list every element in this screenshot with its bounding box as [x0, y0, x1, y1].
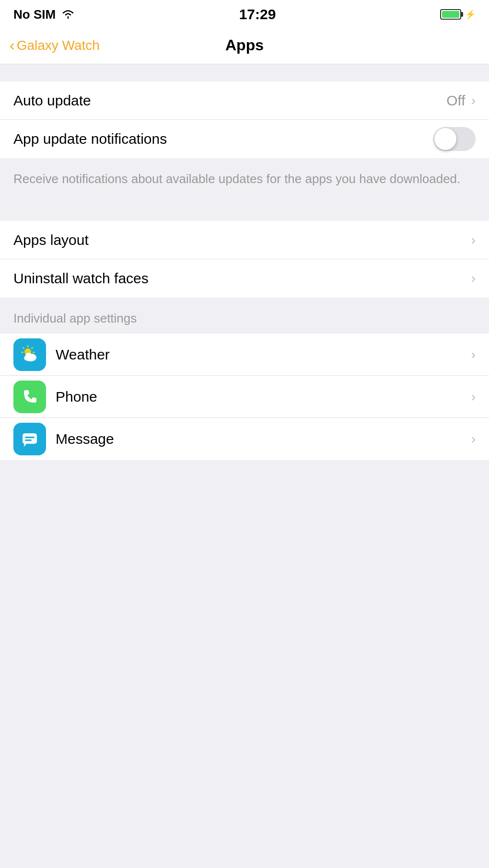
message-app-icon	[13, 423, 46, 455]
apps-layout-label: Apps layout	[13, 232, 89, 248]
notifications-toggle[interactable]	[433, 127, 476, 151]
message-app-name: Message	[56, 431, 462, 447]
svg-rect-12	[25, 440, 32, 441]
svg-point-9	[29, 354, 35, 359]
description-section: Receive notifications about available up…	[0, 158, 489, 204]
settings-group-update: Auto update Off › App update notificatio…	[0, 81, 489, 158]
svg-line-5	[23, 347, 24, 348]
phone-chevron-icon: ›	[471, 389, 476, 405]
status-right: ⚡	[440, 9, 476, 20]
app-notifications-label: App update notifications	[13, 131, 167, 147]
uninstall-faces-right: ›	[471, 271, 476, 286]
back-label: Galaxy Watch	[17, 38, 100, 53]
bottom-fill	[0, 460, 489, 700]
section-gap-top	[0, 64, 489, 81]
description-text: Receive notifications about available up…	[13, 172, 460, 186]
weather-app-name: Weather	[56, 347, 462, 363]
carrier-label: No SIM	[13, 7, 56, 22]
status-bar: No SIM 17:29 ⚡	[0, 0, 489, 29]
message-chevron-icon: ›	[471, 431, 476, 447]
auto-update-row[interactable]: Auto update Off ›	[0, 81, 489, 120]
auto-update-label: Auto update	[13, 93, 91, 109]
back-chevron-icon: ‹	[10, 36, 15, 54]
uninstall-faces-chevron-icon: ›	[471, 271, 476, 286]
section-gap-middle	[0, 204, 489, 221]
toggle-knob	[434, 128, 456, 150]
time-display: 17:29	[239, 6, 276, 23]
weather-app-row[interactable]: Weather ›	[0, 334, 489, 376]
battery-body	[440, 9, 461, 20]
phone-app-name: Phone	[56, 389, 462, 405]
status-left: No SIM	[13, 7, 75, 22]
weather-chevron-icon: ›	[471, 347, 476, 362]
individual-apps-section-header: Individual app settings	[0, 298, 489, 334]
svg-rect-11	[25, 437, 35, 438]
auto-update-right: Off ›	[446, 93, 476, 109]
uninstall-faces-label: Uninstall watch faces	[13, 270, 149, 287]
wifi-icon	[61, 7, 75, 22]
svg-line-2	[32, 347, 33, 348]
page-title: Apps	[225, 36, 264, 54]
svg-rect-10	[23, 433, 37, 444]
charging-icon: ⚡	[465, 9, 476, 20]
phone-app-row[interactable]: Phone ›	[0, 376, 489, 418]
auto-update-value: Off	[446, 93, 465, 109]
nav-bar: ‹ Galaxy Watch Apps	[0, 29, 489, 64]
app-list: Weather › Phone › Message ›	[0, 334, 489, 460]
settings-group-layout: Apps layout › Uninstall watch faces ›	[0, 221, 489, 298]
phone-app-icon	[13, 381, 46, 413]
apps-layout-chevron-icon: ›	[471, 232, 476, 248]
uninstall-faces-row[interactable]: Uninstall watch faces ›	[0, 259, 489, 298]
back-button[interactable]: ‹ Galaxy Watch	[10, 36, 100, 54]
app-notifications-row[interactable]: App update notifications	[0, 120, 489, 158]
battery-fill	[442, 11, 459, 18]
auto-update-chevron-icon: ›	[471, 93, 476, 108]
individual-apps-header-text: Individual app settings	[13, 311, 137, 325]
message-app-row[interactable]: Message ›	[0, 418, 489, 460]
weather-app-icon	[13, 338, 46, 371]
apps-layout-row[interactable]: Apps layout ›	[0, 221, 489, 259]
battery-icon	[440, 9, 461, 20]
apps-layout-right: ›	[471, 232, 476, 248]
